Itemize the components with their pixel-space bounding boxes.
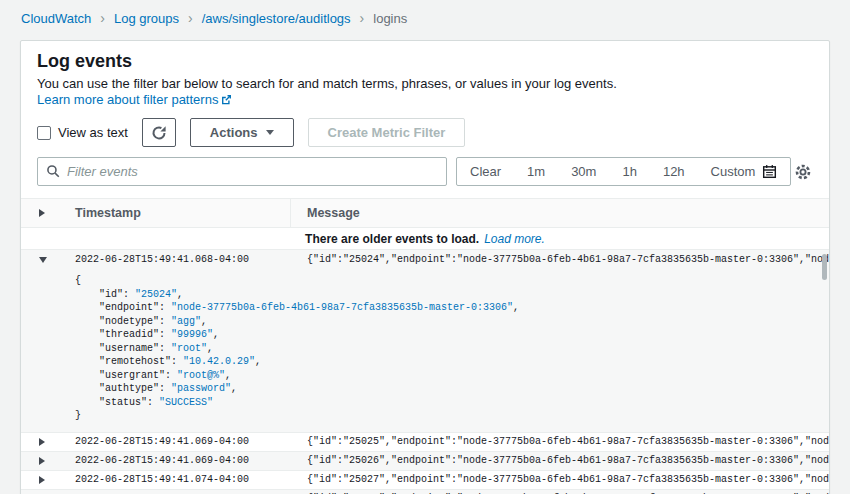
time-range-1m[interactable]: 1m — [514, 158, 558, 185]
page-title: Log events — [37, 50, 813, 72]
log-message: {"id":"25025","endpoint":"node-37775b0a-… — [290, 436, 829, 447]
learn-more-link[interactable]: Learn more about filter patterns — [37, 92, 232, 107]
time-range-1h[interactable]: 1h — [609, 158, 649, 185]
create-metric-filter-button[interactable]: Create Metric Filter — [308, 118, 466, 147]
breadcrumb-item: logins — [373, 11, 407, 26]
older-events-row: There are older events to load. Load mor… — [21, 228, 829, 250]
scrollbar-thumb[interactable] — [822, 254, 827, 280]
gear-icon — [794, 163, 812, 181]
breadcrumb: CloudWatch›Log groups›/aws/singlestore/a… — [0, 0, 850, 35]
log-table: Timestamp Message There are older events… — [21, 198, 829, 494]
log-event-row[interactable]: 2022-06-28T15:49:41.074-04:00 {"id":"250… — [21, 471, 829, 490]
actions-button[interactable]: Actions — [190, 118, 294, 147]
breadcrumb-separator-icon: › — [360, 12, 365, 25]
log-event-row[interactable]: 2022-06-28T15:49:50.926-04:00 {"id":"250… — [21, 490, 829, 494]
filter-events-input[interactable] — [37, 157, 447, 186]
log-event-row[interactable]: 2022-06-28T15:49:41.068-04:00 {"id":"250… — [21, 250, 829, 269]
page-description: You can use the filter bar below to sear… — [37, 76, 813, 108]
log-event-row[interactable]: 2022-06-28T15:49:41.069-04:00 {"id":"250… — [21, 452, 829, 471]
breadcrumb-item[interactable]: CloudWatch — [21, 11, 91, 26]
custom-range-button[interactable]: Custom — [698, 158, 791, 185]
filter-search-box — [37, 157, 447, 186]
log-rows-container: 2022-06-28T15:49:41.068-04:00 {"id":"250… — [21, 250, 829, 494]
expand-caret-icon[interactable] — [21, 457, 75, 465]
external-link-icon — [221, 94, 232, 105]
log-timestamp: 2022-06-28T15:49:41.069-04:00 — [75, 455, 290, 466]
clear-button[interactable]: Clear — [457, 158, 514, 185]
time-range-30m[interactable]: 30m — [558, 158, 609, 185]
refresh-icon — [151, 125, 167, 141]
refresh-button[interactable] — [142, 118, 176, 147]
calendar-icon — [762, 164, 777, 179]
log-events-panel: Log events You can use the filter bar be… — [20, 40, 830, 494]
log-timestamp: 2022-06-28T15:49:41.074-04:00 — [75, 474, 290, 485]
search-icon — [46, 164, 60, 178]
description-text: You can use the filter bar below to sear… — [37, 76, 617, 91]
expand-all-caret-icon[interactable] — [39, 209, 45, 217]
table-header: Timestamp Message — [21, 198, 829, 228]
column-header-timestamp[interactable]: Timestamp — [75, 206, 290, 220]
caret-down-icon — [266, 130, 274, 135]
expand-caret-icon[interactable] — [21, 476, 75, 484]
checkbox-box[interactable] — [37, 126, 51, 140]
settings-gear-button[interactable] — [791, 160, 815, 184]
breadcrumb-separator-icon: › — [100, 12, 105, 25]
time-range-12h[interactable]: 12h — [650, 158, 698, 185]
breadcrumb-item[interactable]: /aws/singlestore/auditlogs — [202, 11, 351, 26]
column-header-message[interactable]: Message — [290, 199, 829, 227]
breadcrumb-item[interactable]: Log groups — [114, 11, 179, 26]
log-event-row[interactable]: 2022-06-28T15:49:41.069-04:00 {"id":"250… — [21, 433, 829, 452]
toolbar: View as text Actions Create Metric Filte… — [37, 118, 813, 147]
filter-row: Clear 1m30m1h12h Custom — [37, 157, 813, 186]
load-more-link[interactable]: Load more. — [484, 232, 545, 246]
log-timestamp: 2022-06-28T15:49:41.068-04:00 — [75, 254, 290, 265]
breadcrumb-separator-icon: › — [188, 12, 193, 25]
log-message: {"id":"25026","endpoint":"node-37775b0a-… — [290, 455, 829, 466]
collapse-caret-icon[interactable] — [21, 257, 75, 263]
view-as-text-label: View as text — [58, 125, 128, 140]
log-timestamp: 2022-06-28T15:49:41.069-04:00 — [75, 436, 290, 447]
log-event-detail: {"id": "25024","endpoint": "node-37775b0… — [21, 269, 829, 433]
older-events-text: There are older events to load. — [305, 232, 479, 246]
time-range-controls: Clear 1m30m1h12h Custom — [456, 157, 791, 186]
expand-caret-icon[interactable] — [21, 438, 75, 446]
log-message: {"id":"25024","endpoint":"node-37775b0a-… — [290, 254, 829, 265]
view-as-text-checkbox[interactable]: View as text — [37, 125, 128, 140]
log-message: {"id":"25027","endpoint":"node-37775b0a-… — [290, 474, 829, 485]
